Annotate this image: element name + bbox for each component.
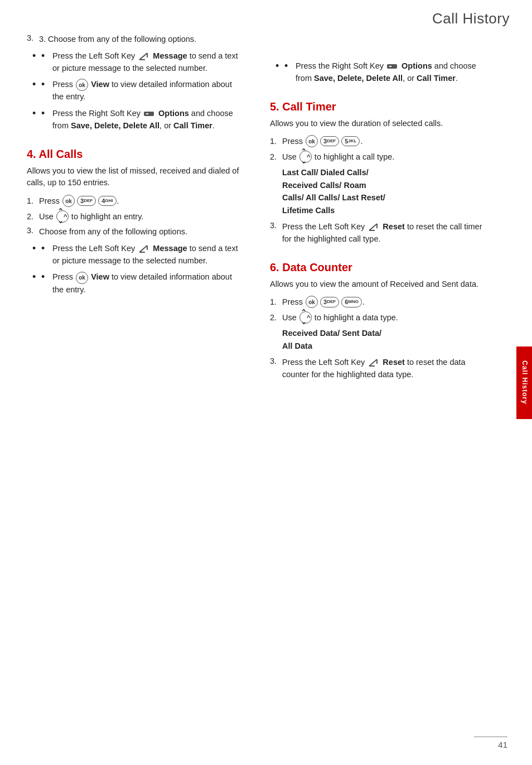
section5-step3: 3. Press the Left Soft Key Reset to rese… [270,221,485,246]
section6-desc: Allows you to view the amount of Receive… [270,278,485,291]
section6-step2: 2. Use ⌃⌄ to highlight a data type. [270,311,485,324]
left-soft-key-icon4 [367,358,379,367]
save-delete-bold: Save, Delete, Delete All [71,121,159,130]
step-num: 1. [270,297,282,306]
nav-key-5: ⌃⌄ [299,151,312,163]
left-soft-key-icon [137,52,149,61]
use-label: Use [282,152,299,161]
bullet-dot: • [41,108,50,120]
step-num: 2. [270,152,282,161]
bullet-dot: • [41,271,50,283]
left-soft-key-icon3 [367,223,379,232]
view-bold2: View [91,272,109,281]
3def-key: 3DEF [77,196,96,206]
message-bold: Message [153,51,187,60]
bullet-text: Press the Right Soft Key Options and cho… [296,60,485,85]
highlight-data-text: to highlight a data type. [312,313,398,322]
page-title: Call History [432,10,510,27]
press-label: Press [39,196,62,205]
side-tab-text: Call History [521,360,529,405]
left-soft-key-icon2 [137,244,149,253]
nav-key: ⌃⌄ [56,210,69,223]
press-label: Press [282,137,305,146]
step-num: 3. [270,357,282,365]
key-seq-1: ok 3DEF 4GHI [62,195,117,207]
period: . [360,137,362,146]
key-seq-6: ok 3DEF 6MNO [305,296,362,308]
section4-sub-bullets: • Press the Left Soft Key Message to sen… [32,243,243,296]
section4-step1: 1. Press ok 3DEF 4GHI . [27,195,243,207]
step3-text: 3. Choose from any of the following opti… [39,33,196,46]
side-tab-bar: Call History [518,349,532,416]
reset-bold: Reset [383,222,405,231]
6mno-key: 6MNO [341,297,362,307]
step3-bullets-top: • Press the Left Soft Key Message to sen… [32,50,243,132]
4ghi-key: 4GHI [98,196,116,206]
step-num: 3. [270,221,282,230]
ok-key-6: ok [306,296,318,308]
right-col-top-bullets: • Press the Right Soft Key Options and c… [275,60,485,85]
5jkl-key: 5JKL [341,136,360,146]
options-bold2: Options [402,61,432,70]
data-types-list: Received Data/ Sent Data/ All Data [282,327,485,352]
step-num: 1. [27,196,39,205]
section6-step3: 3. Press the Left Soft Key Reset to rese… [270,357,485,381]
bullet-text: Press the Left Soft Key Message to send … [52,243,243,267]
call-timer-bold2: Call Timer [417,74,456,83]
step3-num: 3. [27,33,39,42]
step-num: 2. [270,313,282,322]
step3-intro: 3. 3. Choose from any of the following o… [27,33,243,46]
use-label: Use [39,212,56,221]
section6-heading: 6. Data Counter [270,261,485,274]
ok-key: ok [62,195,75,207]
page-number: 41 [498,740,507,749]
right-soft-key-icon [143,109,155,118]
step3-text: Choose from any of the following options… [39,226,187,238]
right-bullet-options: • Press the Right Soft Key Options and c… [275,60,485,85]
step-num: 3. [27,226,39,235]
press-label: Press [282,297,305,306]
section5-desc: Allows you to view the duration of selec… [270,118,485,130]
bullet-right-soft-options: • Press the Right Soft Key Options and c… [32,108,243,132]
message-bold2: Message [153,244,187,253]
section5-heading: 5. Call Timer [270,100,485,113]
options-bold: Options [158,109,189,118]
section6-step1: 1. Press ok 3DEF 6MNO . [270,296,485,308]
section4-desc: Allows you to view the list of missed, r… [27,165,243,190]
use-label: Use [282,313,299,322]
call-timer-bold: Call Timer [173,121,212,130]
section4-step3: 3. Choose from any of the following opti… [27,226,243,238]
bullet-dot: • [284,60,293,73]
highlight-call-text: to highlight a call type. [312,152,395,161]
bullet-dot: • [41,79,50,91]
nav-key-6: ⌃⌄ [299,311,312,324]
bullet-text: Press the Left Soft Key Message to send … [52,50,243,75]
ok-key-badge: ok [76,79,88,91]
sub-bullet-message: • Press the Left Soft Key Message to sen… [32,243,243,267]
bullet-text: Press the Right Soft Key Options and cho… [52,108,243,132]
bullet-ok-view: • Press ok View to view detailed informa… [32,79,243,103]
step3-text: Press the Left Soft Key Reset to reset t… [282,221,485,246]
bottom-line [474,737,507,737]
step-num: 1. [270,137,282,146]
section4-step2: 2. Use ⌃⌄ to highlight an entry. [27,210,243,223]
svg-rect-0 [144,112,154,116]
save-delete-bold2: Save, Delete, Delete All [314,74,403,83]
right-soft-key-icon2 [386,62,398,71]
section4-heading: 4. All Calls [27,148,243,161]
bullet-dot: • [41,243,50,255]
section5-step1: 1. Press ok 3DEF 5JKL . [270,135,485,147]
right-column: • Press the Right Soft Key Options and c… [257,0,513,743]
reset-bold2: Reset [383,358,405,367]
ok-key-5: ok [306,135,318,147]
period: . [362,297,365,306]
step3-text: Press the Left Soft Key Reset to reset t… [282,357,485,381]
svg-rect-1 [387,64,397,69]
highlight-text: to highlight an entry. [69,212,144,221]
bullet-dot: • [41,50,50,62]
bullet-text: Press ok View to view detailed informati… [52,79,243,103]
step-num: 2. [27,212,39,221]
section5-step2: 2. Use ⌃⌄ to highlight a call type. [270,151,485,163]
3def-key-5: 3DEF [320,136,339,146]
period: . [117,196,119,205]
